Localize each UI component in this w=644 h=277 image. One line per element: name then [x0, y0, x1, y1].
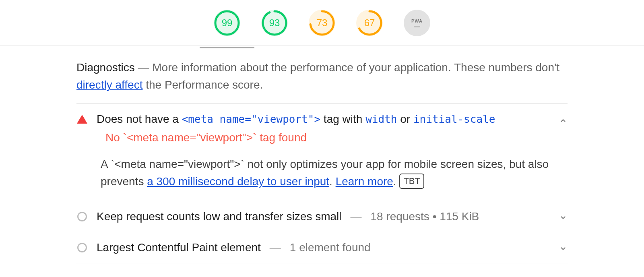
audit-requests-header[interactable]: Keep request counts low and transfer siz…	[76, 201, 568, 232]
learn-more-link[interactable]: Learn more	[336, 175, 393, 188]
chevron-down-icon[interactable]	[559, 243, 568, 252]
audit-viewport-desc: A `<meta name="viewport">` not only opti…	[101, 155, 568, 190]
dash: —	[351, 210, 362, 223]
dash: —	[270, 241, 281, 254]
code-meta-viewport: <meta name="viewport">	[182, 113, 320, 125]
code-initial-scale: initial-scale	[413, 113, 495, 125]
audit-viewport: Does not have a <meta name="viewport"> t…	[76, 104, 568, 201]
info-ring-icon	[76, 212, 88, 221]
score-gauge-0[interactable]: 99	[214, 10, 240, 36]
score-gauge-2[interactable]: 73	[309, 10, 335, 36]
score-bar: 99937367PWA	[0, 0, 644, 46]
audit-viewport-header[interactable]: Does not have a <meta name="viewport"> t…	[76, 104, 568, 134]
audit-viewport-error: No `<meta name="viewport">` tag found	[105, 131, 568, 144]
diagnostics-desc-post: the Performance score.	[142, 79, 263, 91]
t3: or	[397, 113, 413, 125]
dash: —	[138, 61, 149, 74]
chevron-up-icon[interactable]	[559, 115, 568, 124]
t2: tag with	[320, 113, 365, 125]
audit-viewport-body: No `<meta name="viewport">` tag found A …	[101, 131, 568, 201]
t1: Does not have a	[97, 113, 182, 125]
audit-requests: Keep request counts low and transfer siz…	[76, 201, 568, 232]
diagnostics-title: Diagnostics	[76, 61, 135, 74]
audit-requests-sub: 18 requests • 115 KiB	[371, 210, 479, 223]
tbt-badge: TBT	[399, 174, 424, 189]
score-gauge-pwa[interactable]: PWA	[404, 10, 430, 36]
d3: .	[393, 175, 400, 188]
audit-requests-title: Keep request counts low and transfer siz…	[97, 210, 342, 223]
info-ring-icon	[76, 243, 88, 252]
audit-lcp-sub: 1 element found	[290, 241, 371, 254]
code-width: width	[365, 113, 397, 125]
audit-lcp: Largest Contentful Paint element — 1 ele…	[76, 232, 568, 263]
audit-lcp-header[interactable]: Largest Contentful Paint element — 1 ele…	[76, 232, 568, 263]
diagnostics-heading: Diagnostics — More information about the…	[76, 59, 568, 104]
delay-link[interactable]: a 300 millisecond delay to user input	[147, 175, 329, 188]
fail-triangle-icon	[76, 115, 88, 124]
audit-lcp-title: Largest Contentful Paint element	[97, 241, 261, 254]
diagnostics-section: Diagnostics — More information about the…	[76, 46, 568, 263]
directly-affect-link[interactable]: directly affect	[76, 79, 142, 91]
audit-viewport-title: Does not have a <meta name="viewport"> t…	[97, 113, 495, 126]
diagnostics-desc-pre: More information about the performance o…	[152, 61, 559, 74]
score-gauge-3[interactable]: 67	[356, 10, 383, 36]
score-gauge-1[interactable]: 93	[261, 10, 288, 36]
chevron-down-icon[interactable]	[559, 212, 568, 221]
d2: .	[329, 175, 336, 188]
